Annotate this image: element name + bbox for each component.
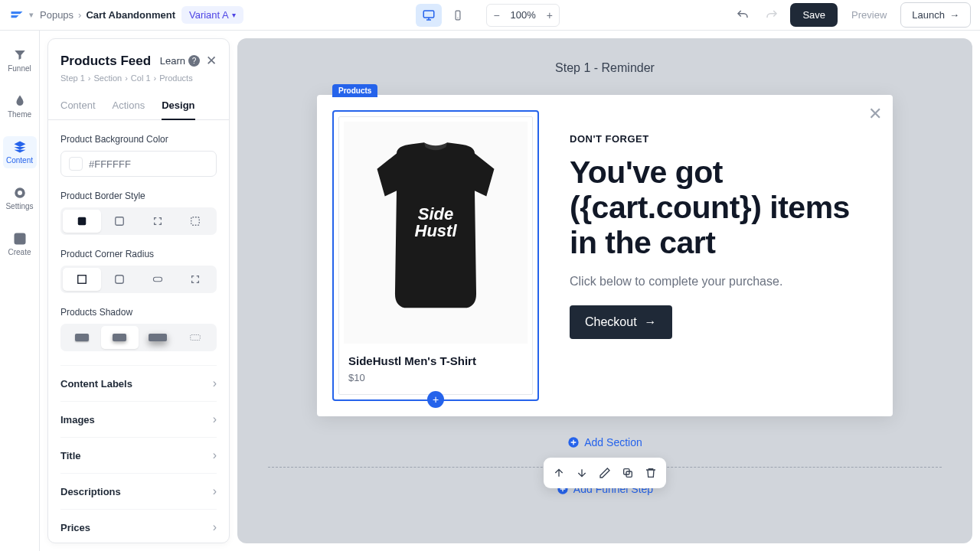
- logo-icon: [9, 8, 24, 23]
- left-rail: Funnel Theme Content Settings Create: [0, 31, 40, 551]
- shadow-sm-option[interactable]: [63, 326, 101, 349]
- panel-breadcrumb: Step 1› Section› Col 1› Products: [48, 73, 229, 92]
- save-button[interactable]: Save: [790, 3, 838, 27]
- learn-label: Learn: [160, 55, 185, 67]
- move-up-button[interactable]: [548, 462, 570, 484]
- border-outline-option[interactable]: [101, 210, 139, 233]
- square-rounded-icon: [114, 274, 125, 285]
- accordion-images[interactable]: Images›: [60, 401, 217, 437]
- redo-button[interactable]: [761, 5, 782, 26]
- rail-content[interactable]: Content: [3, 136, 37, 168]
- panel-bc-item[interactable]: Col 1: [131, 73, 151, 83]
- square-outline-icon: [114, 216, 125, 227]
- products-column[interactable]: Products SideHustl: [317, 95, 554, 416]
- add-section-link[interactable]: Add Section: [567, 436, 642, 448]
- popup-preview[interactable]: ✕ Products SideHustl: [317, 95, 893, 416]
- move-down-button[interactable]: [571, 462, 593, 484]
- accordion-prices[interactable]: Prices›: [60, 509, 217, 543]
- product-image: SideHustl: [344, 122, 528, 344]
- shadow-lg-option[interactable]: [139, 326, 177, 349]
- variant-selector[interactable]: Variant A ▾: [181, 6, 243, 24]
- breadcrumb-current: Cart Abandonment: [86, 9, 175, 21]
- gear-icon: [13, 186, 27, 200]
- preview-button[interactable]: Preview: [845, 5, 893, 25]
- rail-label: Create: [8, 248, 31, 256]
- shadow-label: Products Shadow: [60, 307, 217, 318]
- zoom-in-button[interactable]: +: [541, 5, 559, 26]
- rail-settings[interactable]: Settings: [3, 182, 37, 214]
- eyebrow-text: DON'T FORGET: [570, 133, 870, 145]
- radius-none-option[interactable]: [63, 268, 101, 291]
- shadow-none-option[interactable]: [177, 326, 215, 349]
- popup-close-button[interactable]: ✕: [868, 104, 882, 124]
- trash-icon: [645, 467, 657, 479]
- zoom-out-button[interactable]: −: [487, 5, 505, 26]
- mobile-device-button[interactable]: [445, 4, 471, 27]
- undo-button[interactable]: [732, 5, 753, 26]
- properties-panel: Products Feed Learn ? ✕ Step 1› Section›…: [47, 38, 230, 543]
- copy-column[interactable]: DON'T FORGET You've got ({cart.count}) i…: [554, 95, 893, 416]
- arrow-down-icon: [576, 467, 588, 479]
- rail-create[interactable]: Create: [3, 228, 37, 260]
- learn-link[interactable]: Learn ?: [160, 55, 200, 67]
- arrow-right-icon: →: [949, 9, 959, 21]
- chevron-right-icon: ›: [213, 377, 217, 390]
- panel-bc-item[interactable]: Step 1: [60, 73, 85, 83]
- accordion-content-labels[interactable]: Content Labels›: [60, 365, 217, 401]
- svg-rect-10: [191, 217, 200, 226]
- tab-design[interactable]: Design: [162, 92, 194, 120]
- svg-rect-9: [116, 217, 124, 226]
- copy-icon: [622, 467, 634, 479]
- accordion-title[interactable]: Title›: [60, 437, 217, 473]
- product-card-selected[interactable]: SideHustl SideHustl Men's T-Shirt $10 +: [332, 110, 539, 401]
- chevron-right-icon: ›: [78, 9, 81, 21]
- editor-canvas[interactable]: Step 1 - Reminder ✕ Products SideH: [237, 38, 972, 543]
- duplicate-button[interactable]: [617, 462, 639, 484]
- tab-content[interactable]: Content: [60, 92, 96, 119]
- add-handle-button[interactable]: +: [427, 391, 444, 408]
- close-panel-button[interactable]: ✕: [206, 53, 217, 69]
- launch-button[interactable]: Launch →: [900, 2, 971, 28]
- logo-menu[interactable]: ▾: [9, 8, 34, 23]
- checkout-button[interactable]: Checkout →: [570, 305, 672, 339]
- svg-rect-14: [191, 335, 201, 341]
- shadow-lg-icon: [149, 334, 167, 341]
- border-solid-option[interactable]: [63, 210, 101, 233]
- bg-color-input[interactable]: #FFFFFF: [60, 151, 217, 177]
- drop-icon: [13, 94, 27, 108]
- pencil-icon: [599, 467, 611, 479]
- svg-rect-0: [424, 11, 435, 18]
- plus-circle-icon: [567, 436, 580, 448]
- rail-funnel[interactable]: Funnel: [3, 44, 37, 77]
- rail-label: Theme: [8, 110, 31, 119]
- rail-label: Funnel: [8, 64, 31, 73]
- shadow-none-icon: [190, 332, 201, 343]
- breadcrumb-root[interactable]: Popups: [40, 9, 74, 21]
- desktop-icon: [422, 8, 436, 22]
- border-dashed-option[interactable]: [177, 210, 215, 233]
- delete-button[interactable]: [640, 462, 662, 484]
- subtext: Click below to complete your purchase.: [570, 275, 870, 289]
- panel-tabs: Content Actions Design: [48, 92, 229, 120]
- color-hex-value: #FFFFFF: [89, 158, 131, 170]
- radius-pill-option[interactable]: [139, 268, 177, 291]
- radius-small-option[interactable]: [101, 268, 139, 291]
- accordion-label: Descriptions: [60, 486, 121, 497]
- shadow-md-option[interactable]: [101, 326, 139, 349]
- desktop-device-button[interactable]: [416, 4, 442, 27]
- headline-text: You've got ({cart.count}) items in the c…: [570, 155, 870, 261]
- rail-theme[interactable]: Theme: [3, 90, 37, 122]
- help-badge-icon: ?: [188, 55, 200, 67]
- svg-rect-8: [78, 217, 87, 226]
- accordion-label: Content Labels: [60, 378, 132, 390]
- color-swatch-icon: [69, 157, 83, 171]
- panel-bc-item[interactable]: Products: [159, 73, 192, 83]
- edit-button[interactable]: [594, 462, 616, 484]
- pill-icon: [152, 274, 163, 285]
- svg-rect-13: [153, 277, 162, 282]
- panel-bc-item[interactable]: Section: [93, 73, 122, 83]
- border-corners-option[interactable]: [139, 210, 177, 233]
- tab-actions[interactable]: Actions: [113, 92, 145, 119]
- radius-custom-option[interactable]: [177, 268, 215, 291]
- accordion-descriptions[interactable]: Descriptions›: [60, 473, 217, 509]
